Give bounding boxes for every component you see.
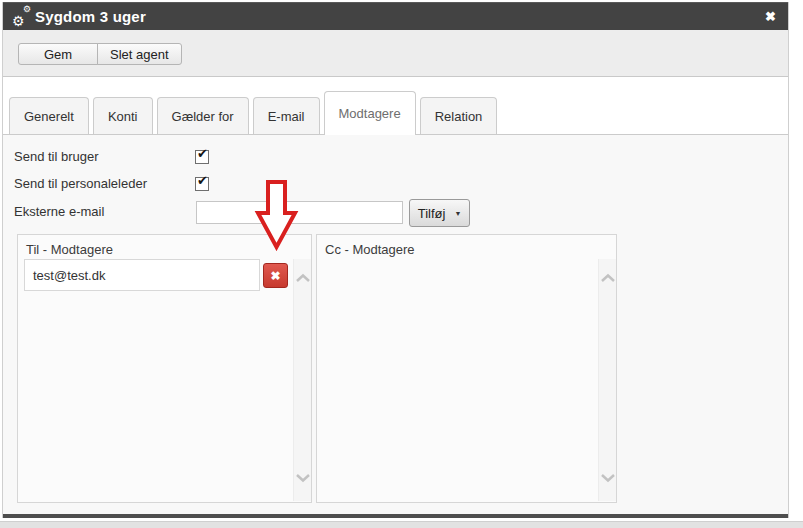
til-modtagere-header: Til - Modtagere	[26, 242, 113, 257]
send-til-bruger-checkbox[interactable]: ✔	[195, 150, 209, 164]
eksterne-email-label: Eksterne e-mail	[14, 204, 104, 219]
cc-modtagere-header: Cc - Modtagere	[325, 242, 415, 257]
tabs: Generelt Konti Gælder for E-mail Modtage…	[9, 91, 497, 135]
tab-strip: Generelt Konti Gælder for E-mail Modtage…	[3, 77, 788, 135]
scroll-down-icon[interactable]	[295, 473, 311, 483]
cc-modtagere-panel: Cc - Modtagere	[316, 234, 617, 503]
delete-recipient-button[interactable]: ✖	[263, 263, 288, 288]
tab-konti[interactable]: Konti	[93, 97, 153, 134]
tilfoj-button[interactable]: Tilføj ▼	[409, 199, 470, 227]
cc-scrollbar[interactable]	[598, 259, 616, 501]
tab-email[interactable]: E-mail	[253, 97, 320, 134]
til-modtagere-panel: Til - Modtagere test@test.dk ✖	[17, 234, 312, 503]
agent-dialog: ⚙ ⚙ Sygdom 3 uger ✖ Gem Slet agent Gener…	[2, 2, 789, 518]
tab-generelt[interactable]: Generelt	[9, 97, 89, 134]
tab-relation[interactable]: Relation	[420, 97, 498, 134]
delete-x-icon: ✖	[270, 269, 280, 283]
close-icon[interactable]: ✖	[765, 9, 776, 24]
tab-content-modtagere: Send til bruger ✔ Send til personalelede…	[3, 135, 788, 514]
tab-gaelder-for[interactable]: Gælder for	[157, 97, 249, 134]
chevron-down-icon: ▼	[454, 210, 461, 217]
checkmark-icon: ✔	[197, 173, 208, 188]
recipient-item[interactable]: test@test.dk	[24, 259, 260, 291]
til-scrollbar[interactable]	[293, 259, 311, 501]
scroll-down-icon[interactable]	[600, 473, 616, 483]
save-button[interactable]: Gem	[18, 43, 98, 65]
send-til-personaleleder-checkbox[interactable]: ✔	[195, 177, 209, 191]
toolbar: Gem Slet agent	[3, 30, 788, 77]
dialog-bottom-edge	[3, 514, 788, 518]
gear-icon: ⚙	[12, 14, 25, 28]
page-background-strip	[0, 521, 803, 528]
toolbar-button-group: Gem Slet agent	[18, 43, 182, 65]
scroll-up-icon[interactable]	[600, 273, 616, 283]
gear-small-icon: ⚙	[23, 5, 31, 14]
send-til-personaleleder-label: Send til personaleleder	[14, 176, 147, 191]
send-til-bruger-label: Send til bruger	[14, 149, 99, 164]
delete-agent-button[interactable]: Slet agent	[97, 43, 182, 65]
recipient-email: test@test.dk	[33, 268, 105, 283]
window-title: Sygdom 3 uger	[35, 8, 146, 25]
scroll-up-icon[interactable]	[295, 273, 311, 283]
gears-icon: ⚙ ⚙	[12, 8, 32, 26]
title-bar: ⚙ ⚙ Sygdom 3 uger ✖	[3, 2, 788, 30]
tab-modtagere[interactable]: Modtagere	[324, 91, 416, 135]
tilfoj-button-label: Tilføj	[418, 206, 446, 221]
checkmark-icon: ✔	[197, 146, 208, 161]
red-arrow-annotation	[253, 179, 299, 251]
eksterne-email-input[interactable]	[196, 201, 403, 224]
